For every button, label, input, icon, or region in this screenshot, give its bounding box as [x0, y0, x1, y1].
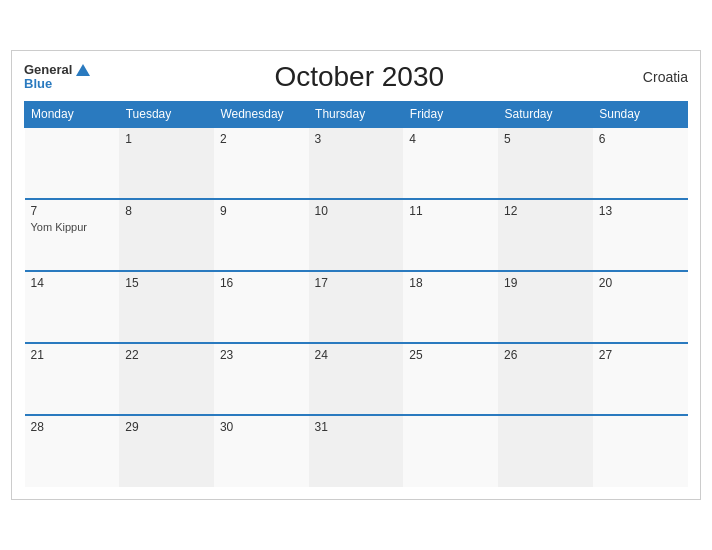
calendar-cell: [403, 415, 498, 487]
weekday-header-saturday: Saturday: [498, 102, 593, 128]
day-number: 16: [220, 276, 303, 290]
calendar-cell: 11: [403, 199, 498, 271]
calendar-cell: 24: [309, 343, 404, 415]
calendar-container: General Blue October 2030 Croatia Monday…: [11, 50, 701, 500]
calendar-cell: 1: [119, 127, 214, 199]
calendar-cell: 14: [25, 271, 120, 343]
day-event: Yom Kippur: [31, 221, 87, 233]
calendar-cell: 20: [593, 271, 688, 343]
day-number: 11: [409, 204, 492, 218]
calendar-cell: 13: [593, 199, 688, 271]
day-number: 17: [315, 276, 398, 290]
calendar-cell: 26: [498, 343, 593, 415]
calendar-cell: 6: [593, 127, 688, 199]
weekday-header-friday: Friday: [403, 102, 498, 128]
day-number: 19: [504, 276, 587, 290]
calendar-cell: [25, 127, 120, 199]
calendar-cell: 31: [309, 415, 404, 487]
day-number: 18: [409, 276, 492, 290]
calendar-cell: 30: [214, 415, 309, 487]
weekday-header-thursday: Thursday: [309, 102, 404, 128]
calendar-cell: 21: [25, 343, 120, 415]
day-number: 12: [504, 204, 587, 218]
day-number: 29: [125, 420, 208, 434]
calendar-cell: 22: [119, 343, 214, 415]
day-number: 6: [599, 132, 682, 146]
calendar-cell: 4: [403, 127, 498, 199]
calendar-cell: 12: [498, 199, 593, 271]
day-number: 24: [315, 348, 398, 362]
day-number: 31: [315, 420, 398, 434]
day-number: 1: [125, 132, 208, 146]
weekday-header-wednesday: Wednesday: [214, 102, 309, 128]
day-number: 2: [220, 132, 303, 146]
calendar-cell: [498, 415, 593, 487]
logo-general-text: General: [24, 63, 72, 77]
calendar-country: Croatia: [628, 69, 688, 85]
day-number: 28: [31, 420, 114, 434]
calendar-cell: 2: [214, 127, 309, 199]
day-number: 10: [315, 204, 398, 218]
day-number: 20: [599, 276, 682, 290]
calendar-cell: 9: [214, 199, 309, 271]
weekday-header-row: MondayTuesdayWednesdayThursdayFridaySatu…: [25, 102, 688, 128]
day-number: 21: [31, 348, 114, 362]
calendar-cell: 15: [119, 271, 214, 343]
calendar-title: October 2030: [90, 61, 628, 93]
day-number: 23: [220, 348, 303, 362]
day-number: 7: [31, 204, 114, 218]
weekday-header-tuesday: Tuesday: [119, 102, 214, 128]
day-number: 13: [599, 204, 682, 218]
week-row-1: 7Yom Kippur8910111213: [25, 199, 688, 271]
calendar-cell: 16: [214, 271, 309, 343]
week-row-0: 123456: [25, 127, 688, 199]
day-number: 3: [315, 132, 398, 146]
week-row-4: 28293031: [25, 415, 688, 487]
calendar-header: General Blue October 2030 Croatia: [24, 61, 688, 93]
day-number: 25: [409, 348, 492, 362]
day-number: 9: [220, 204, 303, 218]
day-number: 30: [220, 420, 303, 434]
day-number: 4: [409, 132, 492, 146]
calendar-cell: 5: [498, 127, 593, 199]
week-row-3: 21222324252627: [25, 343, 688, 415]
calendar-cell: 10: [309, 199, 404, 271]
calendar-cell: 28: [25, 415, 120, 487]
weekday-header-sunday: Sunday: [593, 102, 688, 128]
day-number: 14: [31, 276, 114, 290]
logo: General Blue: [24, 63, 90, 92]
calendar-cell: 27: [593, 343, 688, 415]
calendar-cell: 18: [403, 271, 498, 343]
day-number: 5: [504, 132, 587, 146]
calendar-cell: 29: [119, 415, 214, 487]
calendar-cell: 19: [498, 271, 593, 343]
calendar-cell: [593, 415, 688, 487]
weekday-header-monday: Monday: [25, 102, 120, 128]
day-number: 27: [599, 348, 682, 362]
day-number: 15: [125, 276, 208, 290]
day-number: 22: [125, 348, 208, 362]
calendar-grid: MondayTuesdayWednesdayThursdayFridaySatu…: [24, 101, 688, 487]
logo-blue-text: Blue: [24, 77, 90, 91]
calendar-cell: 3: [309, 127, 404, 199]
calendar-cell: 8: [119, 199, 214, 271]
calendar-cell: 23: [214, 343, 309, 415]
day-number: 8: [125, 204, 208, 218]
calendar-cell: 7Yom Kippur: [25, 199, 120, 271]
logo-triangle-icon: [76, 64, 90, 76]
calendar-cell: 25: [403, 343, 498, 415]
week-row-2: 14151617181920: [25, 271, 688, 343]
calendar-cell: 17: [309, 271, 404, 343]
day-number: 26: [504, 348, 587, 362]
